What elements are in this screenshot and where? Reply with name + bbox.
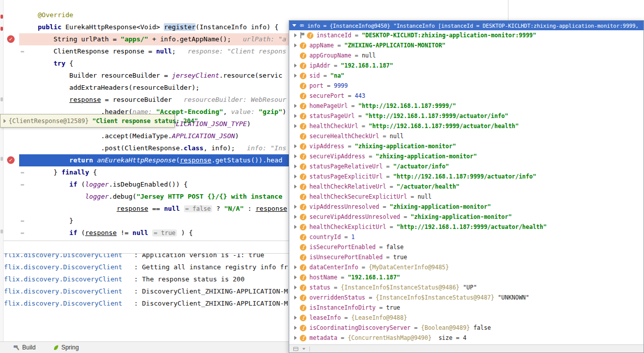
variable-name: appGroupName	[309, 52, 351, 59]
equals-sign: =	[376, 244, 387, 251]
fold-marker-icon[interactable]	[21, 51, 24, 52]
expand-chevron-icon[interactable]	[294, 336, 297, 340]
equals-sign: =	[382, 173, 393, 180]
breakpoint-icon[interactable]: ✓	[7, 156, 15, 164]
field-icon: f	[300, 305, 306, 311]
equals-sign: =	[365, 153, 376, 160]
variable-row[interactable]: fisSecurePortEnabled = false	[289, 242, 643, 252]
expand-chevron-icon[interactable]	[294, 124, 297, 128]
variable-row[interactable]: fsid = "na"	[289, 71, 643, 81]
variable-row[interactable]: fsecurePort = 443	[289, 91, 643, 101]
variable-row[interactable]: fhealthCheckSecureExplicitUrl = null	[289, 192, 643, 202]
expand-chevron-icon[interactable]	[294, 316, 297, 320]
expand-chevron-icon[interactable]	[294, 275, 297, 279]
expand-chevron-icon[interactable]	[294, 104, 297, 108]
expand-chevron-icon[interactable]	[294, 174, 297, 179]
variable-row[interactable]: fstatusPageExplicitUrl = "http://192.168…	[289, 171, 643, 182]
expand-chevron-icon[interactable]	[294, 285, 297, 289]
spring-tool-window-button[interactable]: Spring	[53, 344, 79, 351]
expand-chevron-icon[interactable]	[294, 215, 297, 219]
variable-row[interactable]: fstatus = {InstanceInfo$InstanceStatus@9…	[289, 282, 643, 292]
expand-chevron-icon[interactable]	[294, 185, 297, 189]
variable-row[interactable]: fhealthCheckUrl = "http://192.168.1.187:…	[289, 121, 643, 131]
variable-name: vipAddress	[309, 143, 344, 150]
variable-value: "UP"	[460, 284, 477, 291]
popup-footer	[289, 344, 643, 352]
variable-value: "/actuator/info"	[393, 163, 449, 170]
expand-chevron-icon[interactable]	[294, 164, 297, 168]
fold-marker-icon[interactable]	[21, 184, 24, 186]
variable-row[interactable]: fhomePageUrl = "http://192.168.1.187:999…	[289, 101, 643, 111]
variable-row[interactable]: fvipAddress = "zhixing-application-monit…	[289, 141, 643, 151]
console-line: tflix.discovery.DiscoveryClient : Discov…	[0, 285, 288, 298]
expand-chevron-icon[interactable]	[294, 225, 297, 229]
variable-value: "http://192.168.1.187:9999/actuator/info…	[393, 173, 536, 180]
equals-sign: =	[407, 193, 418, 200]
variable-row[interactable]: fstatusPageUrl = "http://192.168.1.187:9…	[289, 111, 643, 121]
chevron-down-icon[interactable]	[292, 24, 296, 27]
expand-chevron-icon[interactable]	[294, 33, 297, 37]
debugger-value-tooltip: {ClientResponse@12589} "Client response …	[0, 114, 175, 128]
variable-row[interactable]: fhostName = "192.168.1.187"	[289, 272, 643, 282]
variable-value: "UNKNOWN"	[494, 294, 529, 301]
variable-row[interactable]: fsecureHealthCheckUrl = null	[289, 131, 643, 141]
expand-chevron-icon[interactable]	[294, 296, 297, 300]
variable-name: secureVipAddressUnresolved	[309, 213, 400, 220]
build-tool-window-button[interactable]: Build	[13, 344, 36, 351]
variable-row[interactable]: fstatusPageRelativeUrl = "/actuator/info…	[289, 161, 643, 171]
tooltip-expander-icon[interactable]	[4, 119, 6, 123]
variable-row[interactable]: fappGroupName = null	[289, 50, 643, 61]
variable-name: statusPageRelativeUrl	[309, 163, 382, 170]
chevron-down-icon[interactable]	[302, 348, 305, 350]
expand-chevron-icon[interactable]	[294, 205, 297, 209]
variable-value: "zhixing-application-monitor"	[390, 203, 491, 210]
variable-row[interactable]: fipAddr = "192.168.1.187"	[289, 61, 643, 71]
variable-row[interactable]: fisCoordinatingDiscoveryServer = {Boolea…	[289, 323, 643, 333]
equals-sign: =	[379, 133, 390, 140]
expand-chevron-icon[interactable]	[294, 114, 297, 118]
variable-row[interactable]: finstanceId = "DESKTOP-KICLHDT:zhixing-a…	[289, 30, 643, 40]
variable-row[interactable]: fvipAddressUnresolved = "zhixing-applica…	[289, 202, 643, 212]
variable-row[interactable]: fhealthCheckRelativeUrl = "/actuator/hea…	[289, 182, 643, 192]
variables-list[interactable]: finstanceId = "DESKTOP-KICLHDT:zhixing-a…	[289, 30, 643, 344]
expand-chevron-icon[interactable]	[294, 154, 297, 158]
field-icon: f	[300, 335, 306, 341]
expand-chevron-icon[interactable]	[294, 144, 297, 148]
popup-header[interactable]: ∞ info = {InstanceInfo@9450} "InstanceIn…	[289, 21, 643, 30]
variable-row[interactable]: fisUnsecurePortEnabled = true	[289, 252, 643, 262]
expand-chevron-icon[interactable]	[294, 43, 297, 47]
edge-fold-mark	[1, 229, 3, 233]
expand-chevron-icon[interactable]	[294, 326, 297, 330]
expand-chevron-icon[interactable]	[294, 64, 297, 68]
variable-name: homePageUrl	[309, 102, 348, 109]
variable-row[interactable]: fcountryId = 1	[289, 232, 643, 242]
spring-tab-label: Spring	[61, 344, 79, 351]
variable-value: null	[390, 133, 404, 140]
variable-name: leaseInfo	[309, 314, 341, 321]
variable-value: {ConcurrentHashMap@9490}	[348, 334, 431, 341]
grid-view-icon[interactable]	[293, 347, 298, 351]
expand-chevron-icon[interactable]	[294, 74, 297, 78]
variable-row[interactable]: fhealthCheckExplicitUrl = "http://192.16…	[289, 222, 643, 232]
field-icon: f	[300, 52, 306, 59]
variable-row[interactable]: fsecureVipAddress = "zhixing-application…	[289, 151, 643, 161]
field-icon: f	[300, 254, 306, 261]
variable-row[interactable]: fmetadata = {ConcurrentHashMap@9490} siz…	[289, 333, 643, 343]
variable-row[interactable]: fport = 9999	[289, 81, 643, 91]
variable-row[interactable]: fleaseInfo = {LeaseInfo@9488}	[289, 313, 643, 323]
fold-marker-icon[interactable]	[21, 232, 24, 234]
field-icon: f	[300, 315, 306, 321]
variable-row[interactable]: fsecureVipAddressUnresolved = "zhixing-a…	[289, 212, 643, 222]
hammer-icon	[13, 344, 20, 351]
expand-chevron-icon[interactable]	[294, 265, 297, 269]
fold-marker-icon[interactable]	[21, 220, 24, 222]
variable-row[interactable]: fdataCenterInfo = {MyDataCenterInfo@9485…	[289, 262, 643, 272]
equals-sign: =	[341, 233, 351, 241]
variable-row[interactable]: fappName = "ZHIXING-APPLICATION-MONITOR"	[289, 40, 643, 50]
breakpoint-icon[interactable]: ✓	[7, 35, 15, 43]
variable-row[interactable]: foverriddenStatus = {InstanceInfo$Instan…	[289, 292, 643, 303]
fold-marker-icon[interactable]	[21, 172, 24, 173]
field-icon: f	[300, 295, 306, 301]
variable-row[interactable]: fisInstanceInfoDirty = true	[289, 303, 643, 313]
equals-sign: =	[386, 183, 397, 190]
